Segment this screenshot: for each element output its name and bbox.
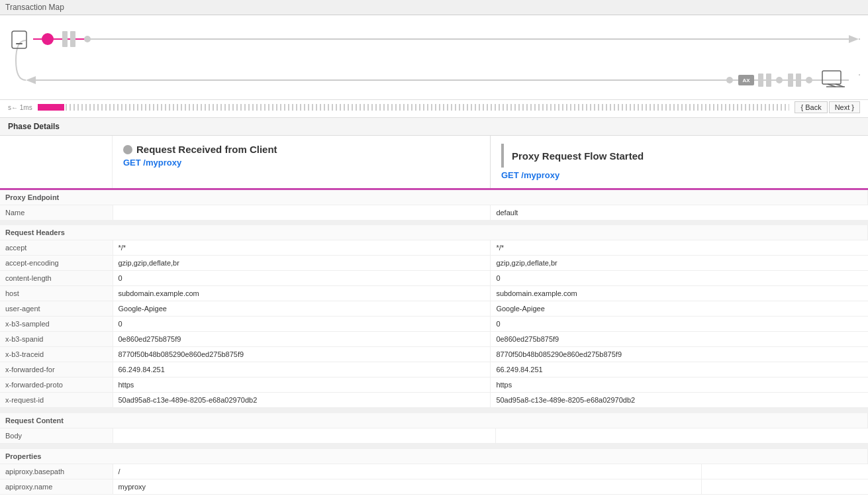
flow-diagram: AX (8, 21, 860, 97)
body-row: Body (0, 428, 868, 444)
table-row: x-b3-sampled00 (0, 317, 868, 332)
table-row: x-b3-spanid0e860ed275b875f90e860ed275b87… (0, 332, 868, 347)
timeline-label: s← 1ms (8, 104, 32, 111)
properties-header: Properties (0, 446, 868, 464)
svg-rect-10 (70, 31, 75, 47)
phase-col-1-method: GET /myproxy (123, 158, 479, 168)
phase-col-label (0, 136, 113, 188)
svg-rect-19 (796, 74, 801, 87)
back-button[interactable]: { Back (795, 101, 827, 113)
svg-rect-5 (12, 31, 26, 48)
phase-bar-icon (501, 144, 504, 168)
phase-details-header: Phase Details (0, 118, 868, 136)
svg-marker-4 (26, 76, 36, 84)
proxy-endpoint-header: Proxy Endpoint (0, 190, 868, 205)
request-content-table: Request Content Body (0, 408, 868, 444)
phase-col-2-method: GET /myproxy (501, 170, 857, 180)
svg-text:AX: AX (742, 77, 750, 83)
next-button[interactable]: Next } (829, 101, 860, 113)
svg-point-20 (806, 77, 812, 83)
phase-details-section: Phase Details Request Received from Clie… (0, 118, 868, 498)
table-row: x-request-id50ad95a8-c13e-489e-8205-e68a… (0, 393, 868, 408)
scrollable-content[interactable]: Proxy Endpoint Name default Request Head… (0, 190, 868, 498)
svg-rect-9 (62, 31, 68, 47)
table-row: x-forwarded-for66.249.84.25166.249.84.25… (0, 362, 868, 377)
svg-point-8 (42, 33, 54, 45)
svg-point-17 (776, 77, 783, 83)
table-row: accept*/**/* (0, 240, 868, 256)
table-row: user-agentGoogle-ApigeeGoogle-Apigee (0, 301, 868, 317)
timeline-bar-pink (38, 104, 64, 111)
timeline-section: s← 1ms { Back Next } (0, 100, 868, 118)
table-row: hostsubdomain.example.comsubdomain.examp… (0, 286, 868, 301)
phase-col-2-title: Proxy Request Flow Started (501, 144, 857, 168)
phase-col-1-title: Request Received from Client (123, 144, 479, 155)
phase-circle-1 (123, 145, 132, 154)
request-content-header: Request Content (0, 411, 868, 428)
timeline-bar (38, 102, 790, 113)
properties-table: Properties apiproxy.basepath/apiproxy.na… (0, 444, 868, 495)
timeline-bar-dots (66, 104, 790, 111)
flow-svg: AX (8, 21, 860, 97)
phase-col-1: Request Received from Client GET /myprox… (113, 136, 491, 188)
svg-rect-18 (788, 74, 793, 87)
transaction-map: AX (0, 15, 868, 100)
svg-point-11 (84, 36, 91, 42)
table-row: x-forwarded-protohttpshttps (0, 377, 868, 393)
svg-rect-15 (758, 74, 763, 87)
svg-rect-16 (766, 74, 771, 87)
table-row: accept-encodinggzip,gzip,deflate,brgzip,… (0, 256, 868, 271)
svg-marker-2 (849, 35, 859, 43)
table-row: content-length00 (0, 271, 868, 286)
svg-rect-6 (16, 43, 23, 44)
table-row: apiproxy.basepath/ (0, 464, 868, 479)
phase-columns: Request Received from Client GET /myprox… (0, 136, 868, 190)
request-headers-header: Request Headers (0, 223, 868, 240)
proxy-endpoint-name-row: Name default (0, 205, 868, 223)
data-table: Proxy Endpoint Name default Request Head… (0, 190, 868, 408)
table-row: apiproxy.namemyproxy (0, 479, 868, 495)
table-row: x-b3-traceid8770f50b48b085290e860ed275b8… (0, 347, 868, 362)
phase-col-2: Proxy Request Flow Started GET /myproxy (491, 136, 868, 188)
app-header: Transaction Map (0, 0, 868, 15)
timeline-nav: { Back Next } (795, 101, 860, 113)
svg-rect-21 (822, 71, 841, 84)
svg-point-12 (726, 77, 733, 83)
app-title: Transaction Map (5, 3, 64, 12)
